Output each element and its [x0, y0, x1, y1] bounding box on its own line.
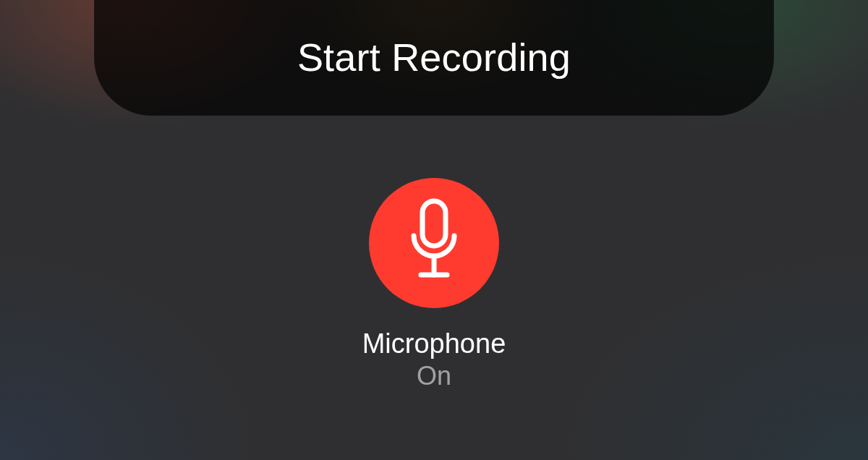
- microphone-status: On: [417, 361, 451, 391]
- svg-rect-0: [422, 201, 446, 246]
- microphone-toggle-group: Microphone On: [362, 178, 506, 391]
- start-recording-label: Start Recording: [297, 35, 571, 80]
- microphone-icon: [404, 198, 464, 288]
- microphone-toggle-button[interactable]: [369, 178, 499, 308]
- microphone-title: Microphone: [362, 328, 506, 359]
- start-recording-panel[interactable]: Start Recording: [94, 0, 774, 116]
